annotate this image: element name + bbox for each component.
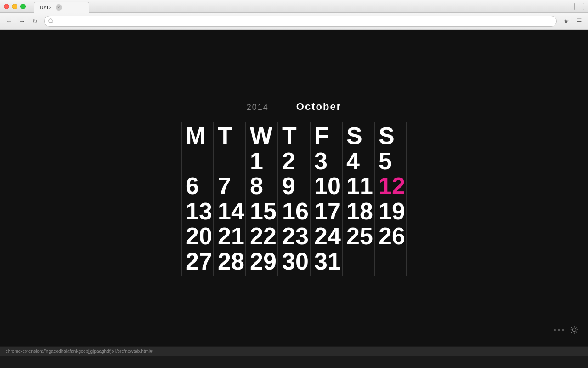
restore-icon xyxy=(577,5,582,8)
dots-icon[interactable] xyxy=(554,329,564,331)
day-name-1: T xyxy=(218,124,245,148)
date-22: 22 xyxy=(250,224,277,249)
traffic-lights xyxy=(4,4,26,9)
date-30: 30 xyxy=(282,249,310,274)
page-content: 2014 October M 6132027T 7142128W18152229… xyxy=(0,30,588,346)
day-column-T-3: T29162330 xyxy=(278,122,311,276)
svg-line-10 xyxy=(576,327,577,328)
date-8: 8 xyxy=(250,173,277,199)
date-5: 5 xyxy=(379,149,406,174)
date-27: 27 xyxy=(186,249,213,274)
day-name-3: T xyxy=(282,124,310,148)
svg-line-2 xyxy=(52,22,53,23)
forward-button[interactable]: → xyxy=(17,16,28,27)
date-19: 19 xyxy=(379,199,406,224)
year-label: 2014 xyxy=(247,103,269,112)
title-bar: 10/12 × xyxy=(0,0,588,13)
dot-1 xyxy=(554,329,556,331)
minimize-button[interactable] xyxy=(12,4,17,9)
svg-rect-0 xyxy=(577,5,582,8)
date-20: 20 xyxy=(186,224,213,249)
date-9: 9 xyxy=(282,173,310,199)
date-15: 15 xyxy=(250,199,277,224)
status-url: chrome-extension://ngacodhalafankgcobjjg… xyxy=(6,349,153,354)
day-name-6: S xyxy=(379,124,406,148)
day-name-5: S xyxy=(346,124,374,148)
date-29: 29 xyxy=(250,249,277,274)
date-11: 11 xyxy=(346,173,374,199)
tab-title: 10/12 xyxy=(39,5,52,10)
date-10: 10 xyxy=(314,173,342,199)
svg-point-3 xyxy=(572,328,576,331)
date-empty xyxy=(218,149,245,174)
bottom-icons xyxy=(554,325,579,334)
day-column-S-6: S5121926 xyxy=(375,122,407,276)
back-button[interactable]: ← xyxy=(4,16,15,27)
date-7: 7 xyxy=(218,173,245,199)
date-2: 2 xyxy=(282,149,310,174)
status-bar: chrome-extension://ngacodhalafankgcobjjg… xyxy=(0,346,588,356)
date-16: 16 xyxy=(282,199,310,224)
day-name-2: W xyxy=(250,124,277,148)
reload-button[interactable]: ↻ xyxy=(29,16,40,27)
date-empty xyxy=(379,249,406,274)
date-empty xyxy=(346,249,374,274)
tab-close-button[interactable]: × xyxy=(56,4,62,11)
day-column-W-2: W18152229 xyxy=(246,122,278,276)
date-28: 28 xyxy=(218,249,245,274)
day-column-M-0: M 6132027 xyxy=(182,122,214,276)
date-13: 13 xyxy=(186,199,213,224)
date-17: 17 xyxy=(314,199,342,224)
close-button[interactable] xyxy=(4,4,9,9)
maximize-button[interactable] xyxy=(20,4,26,9)
date-18: 18 xyxy=(346,199,374,224)
date-6: 6 xyxy=(186,173,213,199)
day-column-T-1: T 7142128 xyxy=(214,122,246,276)
day-column-F-4: F310172431 xyxy=(311,122,343,276)
date-21: 21 xyxy=(218,224,245,249)
date-1: 1 xyxy=(250,149,277,174)
day-name-0: M xyxy=(186,124,213,148)
calendar-header: 2014 October xyxy=(247,101,341,113)
date-empty xyxy=(186,149,213,174)
active-tab[interactable]: 10/12 × xyxy=(34,2,89,13)
brightness-icon[interactable] xyxy=(570,325,579,334)
dot-2 xyxy=(558,329,560,331)
date-31: 31 xyxy=(314,249,342,274)
date-4: 4 xyxy=(346,149,374,174)
menu-button[interactable]: ☰ xyxy=(573,16,584,27)
month-label: October xyxy=(296,101,341,113)
date-25: 25 xyxy=(346,224,374,249)
browser-chrome: 10/12 × ← → ↻ ★ ☰ xyxy=(0,0,588,30)
svg-line-11 xyxy=(571,332,572,333)
date-26: 26 xyxy=(379,224,406,249)
day-name-4: F xyxy=(314,124,342,148)
date-23: 23 xyxy=(282,224,310,249)
svg-line-8 xyxy=(571,327,572,328)
tab-bar: 10/12 × xyxy=(30,0,93,13)
svg-point-1 xyxy=(49,19,52,23)
dot-3 xyxy=(562,329,564,331)
date-3: 3 xyxy=(314,149,342,174)
toolbar: ← → ↻ ★ ☰ xyxy=(0,13,588,29)
calendar-grid: M 6132027T 7142128W18152229T29162330F310… xyxy=(181,122,407,276)
date-12: 12 xyxy=(379,173,406,199)
address-bar[interactable] xyxy=(44,16,557,27)
search-icon xyxy=(48,18,54,24)
date-14: 14 xyxy=(218,199,245,224)
day-column-S-5: S4111825 xyxy=(343,122,375,276)
svg-line-9 xyxy=(576,332,577,333)
date-24: 24 xyxy=(314,224,342,249)
bookmark-button[interactable]: ★ xyxy=(560,16,571,27)
